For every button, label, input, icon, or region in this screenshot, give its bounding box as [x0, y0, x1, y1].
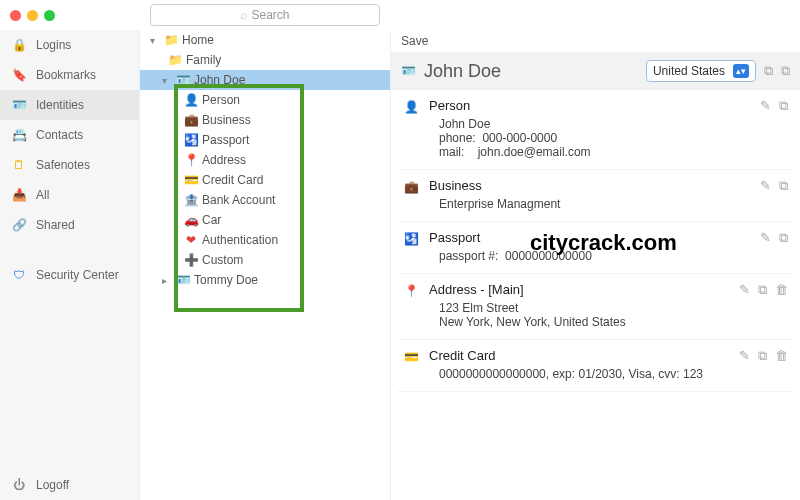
- tree-label: Bank Account: [202, 193, 275, 207]
- section-title: Business: [429, 178, 750, 193]
- search-icon: ⌕: [240, 8, 247, 22]
- section-address: 📍 Address - [Main] 123 Elm Street New Yo…: [397, 274, 794, 340]
- section-title: Address - [Main]: [429, 282, 729, 297]
- tree-label: Car: [202, 213, 221, 227]
- car-icon: 🚗: [184, 213, 198, 227]
- sidebar-item-safenotes[interactable]: 🗒 Safenotes: [0, 150, 139, 180]
- edit-icon[interactable]: ✎: [760, 230, 771, 263]
- edit-icon[interactable]: ✎: [760, 98, 771, 159]
- tree-label: Authentication: [202, 233, 278, 247]
- window-controls: [0, 10, 140, 21]
- minimize-window-icon[interactable]: [27, 10, 38, 21]
- passport-icon: 🛂: [403, 230, 419, 263]
- folder-icon: 📁: [168, 53, 182, 67]
- save-button[interactable]: Save: [401, 34, 428, 48]
- identity-tree: ▾ 📁 Home 📁 Family ▾ 🪪 John Doe 👤 Person …: [140, 30, 390, 500]
- person-name: John Doe: [439, 117, 750, 131]
- power-icon: ⏻: [12, 478, 26, 492]
- person-icon: 👤: [184, 93, 198, 107]
- address-line2: New York, New York, United States: [439, 315, 729, 329]
- plus-icon: ➕: [184, 253, 198, 267]
- sidebar-item-security-center[interactable]: 🛡 Security Center: [0, 260, 139, 290]
- section-creditcard: 💳 Credit Card 0000000000000000, exp: 01/…: [397, 340, 794, 392]
- tree-sub-creditcard[interactable]: 💳 Credit Card: [140, 170, 390, 190]
- phone-label: phone:: [439, 131, 476, 145]
- phone-value: 000-000-0000: [482, 131, 557, 145]
- section-person: 👤 Person John Doe phone: 000-000-0000 ma…: [397, 90, 794, 170]
- search-input[interactable]: ⌕ Search: [150, 4, 380, 26]
- delete-icon[interactable]: 🗑: [775, 282, 788, 329]
- delete-icon[interactable]: 🗑: [775, 348, 788, 381]
- detail-pane: Save 🪪 John Doe United States ▴▾ ⧉ ⧉ 👤 P…: [390, 30, 800, 500]
- tree-home[interactable]: ▾ 📁 Home: [140, 30, 390, 50]
- tree-sub-address[interactable]: 📍 Address: [140, 150, 390, 170]
- sidebar-item-label: Bookmarks: [36, 68, 96, 82]
- detail-name: John Doe: [424, 61, 638, 82]
- sidebar-item-shared[interactable]: 🔗 Shared: [0, 210, 139, 240]
- safenotes-icon: 🗒: [12, 158, 26, 172]
- identity-icon: 🪪: [176, 273, 190, 287]
- inbox-icon: 📥: [12, 188, 26, 202]
- heart-icon: ❤: [184, 233, 198, 247]
- pin-icon: 📍: [403, 282, 419, 329]
- sidebar-item-identities[interactable]: 🪪 Identities: [0, 90, 139, 120]
- tree-label: Home: [182, 33, 214, 47]
- sidebar-item-label: Logoff: [36, 478, 69, 492]
- creditcard-line: 0000000000000000, exp: 01/2030, Visa, cv…: [439, 367, 729, 381]
- edit-icon[interactable]: ✎: [739, 282, 750, 329]
- sidebar-item-label: All: [36, 188, 49, 202]
- copy-icon[interactable]: ⧉: [758, 282, 767, 329]
- sidebar-item-logoff[interactable]: ⏻ Logoff: [0, 470, 139, 500]
- sidebar-item-label: Contacts: [36, 128, 83, 142]
- sidebar-item-bookmarks[interactable]: 🔖 Bookmarks: [0, 60, 139, 90]
- sidebar-item-contacts[interactable]: 📇 Contacts: [0, 120, 139, 150]
- tree-family[interactable]: 📁 Family: [140, 50, 390, 70]
- tree-label: Tommy Doe: [194, 273, 258, 287]
- tree-sub-passport[interactable]: 🛂 Passport: [140, 130, 390, 150]
- credit-card-icon: 💳: [184, 173, 198, 187]
- edit-icon[interactable]: ✎: [760, 178, 771, 211]
- tree-sub-bankaccount[interactable]: 🏦 Bank Account: [140, 190, 390, 210]
- copy-icon[interactable]: ⧉: [779, 98, 788, 159]
- tree-identity-john[interactable]: ▾ 🪪 John Doe: [140, 70, 390, 90]
- close-window-icon[interactable]: [10, 10, 21, 21]
- country-select[interactable]: United States ▴▾: [646, 60, 756, 82]
- caret-right-icon: ▸: [162, 275, 172, 286]
- pin-icon: 📍: [184, 153, 198, 167]
- tree-sub-person[interactable]: 👤 Person: [140, 90, 390, 110]
- copy-icon[interactable]: ⧉: [781, 63, 790, 79]
- tree-identity-tommy[interactable]: ▸ 🪪 Tommy Doe: [140, 270, 390, 290]
- sidebar: 🔒 Logins 🔖 Bookmarks 🪪 Identities 📇 Cont…: [0, 30, 140, 500]
- copy-icon[interactable]: ⧉: [764, 63, 773, 79]
- tree-sub-authentication[interactable]: ❤ Authentication: [140, 230, 390, 250]
- tree-sub-car[interactable]: 🚗 Car: [140, 210, 390, 230]
- tree-sub-custom[interactable]: ➕ Custom: [140, 250, 390, 270]
- identity-icon: 🪪: [401, 64, 416, 78]
- passport-icon: 🛂: [184, 133, 198, 147]
- tree-sub-business[interactable]: 💼 Business: [140, 110, 390, 130]
- tree-label: Credit Card: [202, 173, 263, 187]
- person-icon: 👤: [403, 98, 419, 159]
- section-passport: 🛂 Passport passport #: 0000000000000 ✎ ⧉: [397, 222, 794, 274]
- sidebar-item-label: Identities: [36, 98, 84, 112]
- passport-label: passport #:: [439, 249, 498, 263]
- sidebar-item-label: Logins: [36, 38, 71, 52]
- sidebar-item-logins[interactable]: 🔒 Logins: [0, 30, 139, 60]
- sidebar-item-label: Security Center: [36, 268, 119, 282]
- tree-label: Business: [202, 113, 251, 127]
- sidebar-item-label: Shared: [36, 218, 75, 232]
- shield-icon: 🛡: [12, 268, 26, 282]
- section-business: 💼 Business Enterprise Managment ✎ ⧉: [397, 170, 794, 222]
- zoom-window-icon[interactable]: [44, 10, 55, 21]
- tree-label: Family: [186, 53, 221, 67]
- copy-icon[interactable]: ⧉: [779, 178, 788, 211]
- search-placeholder: Search: [251, 8, 289, 22]
- copy-icon[interactable]: ⧉: [779, 230, 788, 263]
- sidebar-item-all[interactable]: 📥 All: [0, 180, 139, 210]
- edit-icon[interactable]: ✎: [739, 348, 750, 381]
- credit-card-icon: 💳: [403, 348, 419, 381]
- contacts-icon: 📇: [12, 128, 26, 142]
- bank-icon: 🏦: [184, 193, 198, 207]
- tree-label: Custom: [202, 253, 243, 267]
- copy-icon[interactable]: ⧉: [758, 348, 767, 381]
